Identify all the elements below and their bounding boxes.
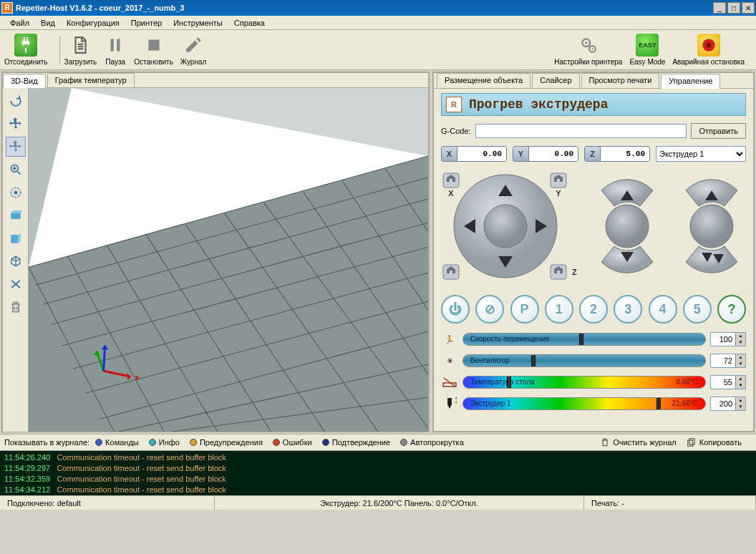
svg-text:X: X xyxy=(448,189,454,198)
zoom-fit-button[interactable] xyxy=(6,183,26,203)
pause-button[interactable]: Пауза xyxy=(104,34,127,66)
menubar: Файл Вид Конфигурация Принтер Инструмент… xyxy=(0,16,756,30)
movement-controls: X Y Z xyxy=(441,169,746,283)
panel-header-icon: R xyxy=(446,97,462,112)
extruder-dpad[interactable] xyxy=(686,180,737,273)
log-filter-ack[interactable]: Подтверждение xyxy=(322,438,390,447)
gcode-label: G-Code: xyxy=(441,127,471,135)
coord-z[interactable]: Z5.00 xyxy=(584,146,650,162)
coord-x[interactable]: X0.00 xyxy=(441,146,507,162)
bed-temp-spinner[interactable]: ▲▼ xyxy=(710,375,746,389)
extruder-temp-spinner[interactable]: ▲▼ xyxy=(710,397,746,411)
tab-3d-view[interactable]: 3D-Вид xyxy=(3,74,46,88)
coord-y[interactable]: Y0.00 xyxy=(513,146,578,162)
move-object-button[interactable] xyxy=(6,137,26,157)
3d-viewport[interactable]: x xyxy=(29,88,428,432)
zoom-button[interactable] xyxy=(6,160,26,180)
extruder-temp-slider[interactable]: Экструдер 1 21.60°C xyxy=(462,397,706,410)
top-view-button[interactable] xyxy=(6,205,26,225)
svg-rect-2 xyxy=(148,39,159,50)
tab-temp-graph[interactable]: График температур xyxy=(47,73,135,87)
home-x-button[interactable]: X xyxy=(443,173,459,198)
gcode-send-button[interactable]: Отправить xyxy=(691,123,746,139)
log-copy-button[interactable]: Копировать xyxy=(687,437,742,447)
home-all-button[interactable] xyxy=(443,265,459,279)
load-button[interactable]: Загрузить xyxy=(64,34,97,66)
window-title: Repetier-Host V1.6.2 - coeur_2017_-_numb… xyxy=(16,4,712,12)
svg-marker-69 xyxy=(447,404,452,409)
rotate-view-button[interactable] xyxy=(6,91,26,111)
emergency-stop-button[interactable]: Аварийная остановка xyxy=(672,34,745,66)
window-titlebar: R Repetier-Host V1.6.2 - coeur_2017_-_nu… xyxy=(0,0,756,16)
xy-dpad[interactable] xyxy=(454,175,557,278)
bed-temp-slider[interactable]: Температура стола 0.00°C xyxy=(462,376,706,389)
front-view-button[interactable] xyxy=(6,228,26,248)
stop-button[interactable]: Остановить xyxy=(134,34,173,66)
tab-control[interactable]: Управление xyxy=(661,74,720,89)
viewport-pane: 3D-Вид График температур xyxy=(1,72,430,432)
window-close-button[interactable]: ✕ xyxy=(742,2,755,14)
window-maximize-button[interactable]: □ xyxy=(727,2,740,14)
panel-header: R Прогрев экструдера xyxy=(441,93,746,116)
log-filter-err[interactable]: Ошибки xyxy=(273,438,312,447)
log-clear-button[interactable]: Очистить журнал xyxy=(600,437,677,447)
extruder-select[interactable]: Экструдер 1 xyxy=(656,146,746,162)
svg-rect-12 xyxy=(11,213,20,219)
bed-icon xyxy=(441,375,458,389)
motors-off-button[interactable]: ⊘ xyxy=(475,295,504,324)
menu-view[interactable]: Вид xyxy=(35,16,61,29)
preset-3-button[interactable]: 3 xyxy=(614,295,642,324)
svg-rect-71 xyxy=(689,439,694,444)
fan-slider[interactable]: Вентилятор xyxy=(462,354,706,367)
status-temps: Экструдер: 21.6/200°C Панель: 0.0°C/Откл… xyxy=(215,496,584,510)
z-dpad[interactable] xyxy=(601,180,653,273)
move-view-button[interactable] xyxy=(6,114,26,134)
preset-5-button[interactable]: 5 xyxy=(683,295,712,324)
log-output[interactable]: 11:54:26.240 : Communication timeout - r… xyxy=(0,451,756,495)
svg-text:x: x xyxy=(135,373,140,382)
tab-slicer[interactable]: Слайсер xyxy=(532,73,579,88)
help-button[interactable]: ? xyxy=(717,295,746,324)
emergency-icon xyxy=(697,34,720,57)
menu-config[interactable]: Конфигурация xyxy=(61,16,125,29)
iso-view-button[interactable] xyxy=(6,251,26,271)
svg-text:Y: Y xyxy=(556,189,561,198)
log-filter-info[interactable]: Инфо xyxy=(149,438,180,447)
parallel-view-button[interactable] xyxy=(6,274,26,294)
easy-mode-button[interactable]: EASY Easy Mode xyxy=(629,34,665,66)
preset-1-button[interactable]: 1 xyxy=(545,295,573,324)
fan-spinner[interactable]: ▲▼ xyxy=(710,354,746,368)
home-y-button[interactable]: Y xyxy=(551,173,566,198)
document-icon xyxy=(69,34,92,57)
menu-file[interactable]: Файл xyxy=(4,16,35,29)
main-toolbar: Отсоединить Загрузить Пауза Остановить Ж… xyxy=(0,30,756,70)
speed-slider[interactable]: Скорость перемещения xyxy=(462,333,706,346)
pause-icon xyxy=(104,34,127,57)
menu-tools[interactable]: Инструменты xyxy=(168,16,228,29)
log-filter-commands[interactable]: Команды xyxy=(95,438,139,447)
park-button[interactable]: P xyxy=(510,295,539,324)
log-button[interactable]: Журнал xyxy=(180,34,207,66)
disconnect-button[interactable]: Отсоединить xyxy=(4,34,48,66)
svg-point-5 xyxy=(585,42,587,44)
gcode-input[interactable] xyxy=(475,124,687,138)
status-bar: Подключено: default Экструдер: 21.6/200°… xyxy=(0,495,756,510)
status-print: Печать: - xyxy=(584,496,756,510)
power-button[interactable]: ⏻ xyxy=(441,295,470,324)
window-minimize-button[interactable]: _ xyxy=(713,2,726,14)
svg-point-11 xyxy=(14,191,17,195)
delete-button[interactable] xyxy=(6,297,26,317)
tab-preview[interactable]: Просмотр печати xyxy=(581,73,660,88)
log-filter-warn[interactable]: Предупреждения xyxy=(190,438,263,447)
menu-printer[interactable]: Принтер xyxy=(125,16,168,29)
menu-help[interactable]: Справка xyxy=(228,16,271,29)
tab-placement[interactable]: Размещение объекта xyxy=(437,73,530,88)
preset-4-button[interactable]: 4 xyxy=(649,295,677,324)
printer-settings-button[interactable]: Настройки принтера xyxy=(554,34,622,66)
extruder-icon: 1 xyxy=(441,397,458,411)
home-z-button[interactable]: Z xyxy=(551,265,577,279)
speed-spinner[interactable]: ▲▼ xyxy=(710,332,746,346)
preset-2-button[interactable]: 2 xyxy=(579,295,608,324)
log-autoscroll[interactable]: Автопрокрутка xyxy=(400,438,464,447)
viewport-toolbar xyxy=(3,88,29,432)
